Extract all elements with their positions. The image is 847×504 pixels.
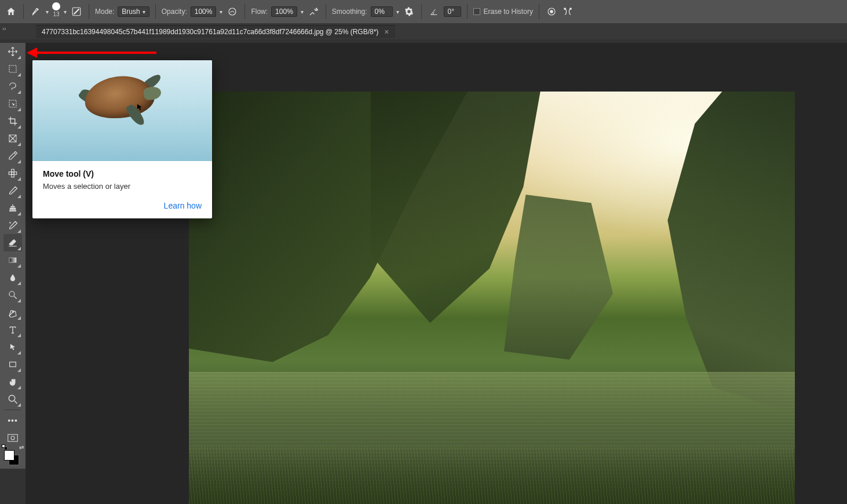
crop-tool[interactable] [3, 112, 22, 130]
document-tab[interactable]: 47707331bc16394498045c57b441f11989dd1930… [36, 25, 395, 38]
svg-point-2 [316, 8, 317, 9]
svg-rect-16 [12, 172, 14, 175]
tooltip-preview-image [32, 60, 212, 161]
tool-tooltip: Move tool (V) Moves a selection or layer… [32, 60, 212, 218]
history-brush-tool[interactable] [3, 217, 22, 234]
brush-size-label: 13 [53, 11, 59, 17]
erase-history-label: Erase to History [484, 8, 533, 16]
brush-preset-picker[interactable]: 13 [52, 6, 60, 17]
move-tool[interactable] [3, 43, 22, 60]
path-selection-tool[interactable] [3, 338, 22, 356]
home-icon[interactable] [5, 5, 17, 18]
brush-tool[interactable] [3, 182, 22, 199]
tooltip-learn-link[interactable]: Learn how [43, 201, 202, 210]
chevron-down-icon [143, 8, 145, 16]
eraser-tool[interactable] [3, 234, 22, 251]
zoom-tool[interactable] [3, 390, 22, 408]
airbrush-icon[interactable] [307, 5, 320, 18]
divider [421, 4, 422, 19]
edit-toolbar-icon[interactable]: ••• [3, 412, 22, 429]
close-icon[interactable]: × [384, 29, 389, 35]
blur-tool[interactable] [3, 269, 22, 286]
mode-value: Brush [122, 8, 140, 16]
gradient-tool[interactable] [3, 251, 22, 269]
clone-stamp-tool[interactable] [3, 199, 22, 217]
chevron-down-icon[interactable] [64, 8, 67, 16]
chevron-down-icon[interactable] [396, 8, 399, 16]
mode-label: Mode: [95, 8, 114, 16]
cursor-icon [136, 102, 144, 112]
eyedropper-tool[interactable] [3, 147, 22, 165]
document-tab-bar: 47707331bc16394498045c57b441f11989dd1930… [0, 23, 847, 39]
svg-point-3 [317, 9, 318, 10]
healing-brush-tool[interactable] [3, 165, 22, 182]
smoothing-value[interactable]: 0% [371, 6, 393, 17]
divider [89, 4, 89, 19]
divider [326, 4, 326, 19]
chevron-down-icon[interactable] [220, 8, 222, 16]
toolbar-separator [5, 410, 21, 410]
svg-point-8 [570, 8, 572, 10]
pressure-size-icon[interactable] [545, 5, 558, 18]
angle-icon [428, 5, 440, 18]
divider [155, 4, 156, 19]
brush-settings-icon[interactable] [70, 5, 83, 18]
mode-dropdown[interactable]: Brush [118, 6, 149, 17]
flow-value[interactable]: 100% [271, 6, 297, 17]
options-bar: 13 Mode: Brush Opacity: 100% Flow: 100% … [0, 0, 847, 23]
rectangle-tool[interactable] [3, 356, 22, 373]
smoothing-label: Smoothing: [332, 8, 367, 16]
dodge-tool[interactable] [3, 286, 22, 304]
tool-palette: ••• ⇄ [0, 43, 25, 469]
svg-rect-14 [14, 172, 17, 175]
angle-value[interactable]: 0° [444, 6, 461, 17]
pressure-opacity-icon[interactable] [226, 5, 239, 18]
svg-point-18 [9, 291, 14, 297]
document-tab-title: 47707331bc16394498045c57b441f11989dd1930… [42, 28, 378, 36]
flow-label: Flow: [251, 8, 268, 16]
frame-tool[interactable] [3, 130, 22, 147]
svg-rect-13 [9, 172, 12, 175]
svg-point-1 [229, 8, 236, 15]
object-selection-tool[interactable] [3, 95, 22, 112]
color-swatches[interactable]: ⇄ [3, 448, 23, 469]
chevron-down-icon[interactable] [46, 8, 49, 16]
svg-rect-15 [12, 174, 14, 177]
svg-point-6 [550, 10, 553, 13]
svg-rect-17 [9, 258, 16, 262]
brush-dot-icon [52, 2, 60, 10]
symmetry-icon[interactable] [561, 5, 574, 18]
foreground-color-swatch[interactable] [4, 450, 14, 461]
tool-preset-picker-icon[interactable] [30, 5, 42, 18]
chevron-down-icon[interactable] [301, 8, 304, 16]
document-canvas[interactable] [189, 92, 795, 504]
svg-point-4 [316, 10, 317, 11]
opacity-label: Opacity: [162, 8, 187, 16]
smoothing-options-icon[interactable] [403, 5, 415, 18]
pen-tool[interactable] [3, 304, 22, 321]
divider [467, 4, 468, 19]
svg-point-21 [9, 395, 15, 401]
svg-point-19 [13, 311, 14, 312]
erase-history-checkbox[interactable] [473, 8, 480, 15]
tooltip-title: Move tool (V) [43, 169, 202, 178]
svg-point-23 [11, 436, 14, 440]
divider [539, 4, 539, 19]
svg-rect-22 [8, 434, 18, 441]
hand-tool[interactable] [3, 373, 22, 390]
lasso-tool[interactable] [3, 78, 22, 95]
svg-rect-12 [12, 169, 14, 172]
svg-rect-20 [10, 362, 16, 367]
svg-point-7 [564, 8, 566, 10]
tooltip-description: Moves a selection or layer [43, 182, 202, 191]
opacity-value[interactable]: 100% [191, 6, 217, 17]
panel-toggle-icon[interactable]: ›› [2, 25, 6, 32]
marquee-tool[interactable] [3, 60, 22, 78]
type-tool[interactable] [3, 321, 22, 338]
divider [23, 4, 24, 19]
divider [244, 4, 245, 19]
svg-rect-9 [9, 65, 16, 72]
